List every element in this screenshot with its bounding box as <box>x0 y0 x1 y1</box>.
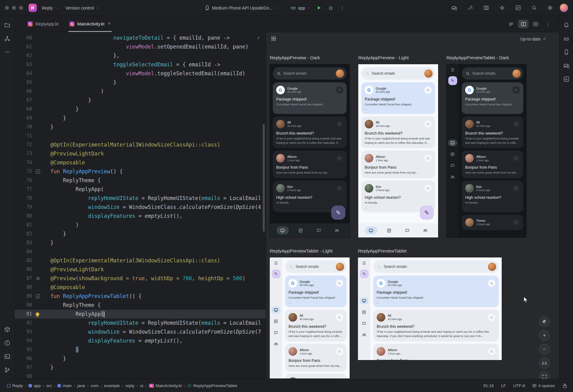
layout-grid-icon[interactable] <box>271 36 276 42</box>
structure-button[interactable] <box>2 33 13 44</box>
caret-position-widget[interactable]: 91:18 <box>483 383 494 388</box>
code-view-button[interactable] <box>506 20 516 28</box>
project-folder-button[interactable] <box>2 20 13 30</box>
pan-hand-button[interactable] <box>539 316 550 327</box>
notifications-button[interactable] <box>561 20 571 30</box>
maximize-button[interactable] <box>19 6 23 10</box>
code-text: } <box>50 114 266 123</box>
nav-people-rail-item <box>359 331 369 338</box>
gemini-button[interactable] <box>496 3 508 13</box>
email-time: 40 mins ago <box>388 318 402 321</box>
email-time: 2 hours ago <box>476 189 490 192</box>
profiler-button[interactable] <box>512 3 524 13</box>
close-icon[interactable]: × <box>107 21 111 27</box>
module-icon <box>29 384 32 387</box>
zoom-actual-button[interactable]: 1:1 <box>539 358 550 369</box>
sender-name: Allison <box>300 348 312 352</box>
build-button[interactable] <box>2 324 13 335</box>
zoom-in-button[interactable]: + <box>539 330 550 341</box>
version-control-button[interactable] <box>2 365 13 375</box>
problems-button[interactable] <box>2 338 13 348</box>
design-view-button[interactable] <box>530 20 541 28</box>
ai-wand-button[interactable] <box>465 3 476 13</box>
app-insights-button[interactable] <box>561 74 571 84</box>
breadcrumb-label: example <box>104 383 120 388</box>
preview-run-icon[interactable] <box>36 294 40 299</box>
zoom-fit-button[interactable] <box>539 371 550 379</box>
search-bar: Search emails <box>373 261 499 273</box>
email-list-item: Ali40 mins ago☆Brunch this weekend?I'll … <box>361 116 435 148</box>
vcs-selector[interactable]: Version control <box>63 4 102 12</box>
encoding-widget[interactable]: UTF-8 <box>513 383 525 388</box>
inspection-status-icon[interactable]: ✓ <box>257 35 260 41</box>
gradle-button[interactable] <box>561 33 571 44</box>
line-separator-widget[interactable]: LF <box>501 383 506 388</box>
preview-settings-icon[interactable] <box>36 276 40 281</box>
user-avatar[interactable] <box>560 4 568 12</box>
terminal-button[interactable] <box>2 351 13 362</box>
breadcrumb-item[interactable]: com <box>89 383 100 389</box>
preview-card[interactable]: ☰✎Search emailsGGoogle20 mins ago☆Packag… <box>446 64 526 237</box>
more-kebab-icon: ⋮ <box>340 5 345 10</box>
star-icon: ☆ <box>424 185 432 192</box>
breadcrumb-item[interactable]: reply <box>124 383 136 389</box>
statusbar: Reply›app›src›main›java›com›example›repl… <box>0 379 573 392</box>
email-time: 20 mins ago <box>476 90 490 93</box>
sender-avatar <box>365 120 373 128</box>
preview-card[interactable]: ☰✎Search emailsGGoogle20 mins ago☆Packag… <box>358 257 502 360</box>
indent-widget[interactable]: 4 spaces <box>532 383 555 388</box>
preview-card[interactable]: Search emailsGGoogle20 mins ago☆Package … <box>358 64 438 237</box>
split-view-button[interactable] <box>518 20 528 28</box>
breadcrumb-separator: › <box>183 383 186 388</box>
sender-name: Ali <box>388 314 402 318</box>
close-button[interactable] <box>5 6 9 10</box>
compose-fab: ✎ <box>272 269 281 278</box>
search-icon <box>277 72 281 76</box>
breadcrumb-item[interactable]: Reply <box>6 383 25 389</box>
preview-card[interactable]: ☰✎Search emailsGGoogle20 mins ago☆Packag… <box>270 257 350 378</box>
line-number: 91 <box>15 310 32 319</box>
project-selector[interactable]: Reply <box>39 4 61 12</box>
debug-button[interactable] <box>325 3 336 13</box>
breadcrumb-item[interactable]: KMainActivity.kt <box>147 383 183 389</box>
breadcrumb-item[interactable]: ReplyAppPreviewTablet <box>186 383 239 389</box>
settings-button[interactable] <box>544 3 555 13</box>
more-kebab-button[interactable]: ⋮ <box>543 20 553 28</box>
breadcrumb-item[interactable]: app <box>27 383 42 389</box>
preview-card[interactable]: Search emailsGGoogle20 mins ago☆Package … <box>270 64 350 237</box>
profile-avatar <box>488 263 496 271</box>
breadcrumb-item[interactable]: main <box>56 383 73 389</box>
minimize-button[interactable] <box>12 6 16 10</box>
layout-inspector-button[interactable] <box>481 3 492 13</box>
nav-inbox-icon <box>362 299 366 303</box>
device-selector[interactable]: Medium Phone API UpsideDo... <box>202 3 280 12</box>
breadcrumb-item[interactable]: src <box>45 383 53 389</box>
breadcrumb-label: reply <box>125 383 134 388</box>
run-config-selector[interactable]: app <box>288 3 313 12</box>
nav-inbox-icon <box>369 228 373 233</box>
breadcrumb-item[interactable]: java <box>76 383 87 389</box>
search-button[interactable] <box>528 3 540 13</box>
more-actions-button[interactable]: ⋮ <box>337 3 348 13</box>
sender-avatar <box>365 184 373 193</box>
star-icon: ☆ <box>512 120 520 128</box>
run-button[interactable] <box>313 3 324 13</box>
code-line-92: 92 replyHomeUIState = ReplyHomeUIState(e… <box>15 319 266 327</box>
breadcrumb-item[interactable]: ui <box>139 383 145 389</box>
more-tool-windows-button[interactable] <box>2 47 13 57</box>
code-editor[interactable]: 60 navigateToDetail = { emailId, pane ->… <box>15 32 266 379</box>
emulator-button[interactable] <box>561 47 571 57</box>
device-manager-button[interactable] <box>561 60 571 71</box>
editor-scrollbar[interactable] <box>263 124 265 232</box>
zoom-out-button[interactable]: − <box>539 344 550 355</box>
run-config-icon <box>291 5 296 10</box>
editor-tab-replyapp-kt[interactable]: KReplyApp.kt <box>23 16 63 32</box>
editor-tab-mainactivity-kt[interactable]: KMainActivity.kt× <box>65 16 116 32</box>
breadcrumb-item[interactable]: example <box>103 383 121 389</box>
nav-rail: ☰✎ <box>446 64 459 237</box>
write-access-widget[interactable] <box>562 383 567 388</box>
running-devices-button[interactable] <box>449 3 460 13</box>
preview-run-icon[interactable] <box>36 169 40 174</box>
gutter <box>32 51 50 60</box>
intention-bulb-icon[interactable] <box>36 312 39 316</box>
